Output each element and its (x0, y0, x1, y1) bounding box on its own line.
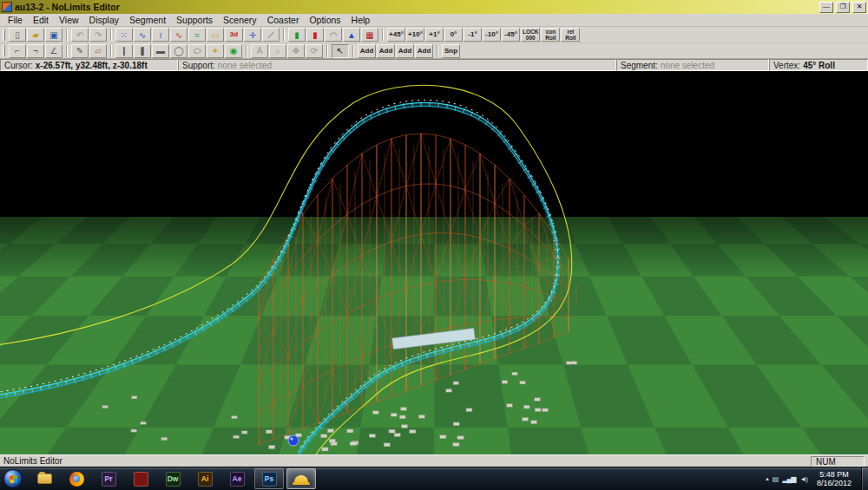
minimize-button[interactable]: — (819, 2, 833, 13)
aftereffects-icon: Ae (230, 472, 245, 487)
volume-icon[interactable]: ◄) (799, 475, 807, 483)
toolbar-grip[interactable] (3, 45, 5, 56)
roll-minus-45-button[interactable]: -45° (502, 28, 520, 42)
add-vertex-button[interactable]: Add (396, 44, 414, 58)
firefox-icon (69, 472, 84, 487)
titlebar[interactable]: au13-2 - NoLimits Editor — ❐ ✕ (0, 0, 868, 14)
taskbar-premiere[interactable]: Pr (94, 468, 123, 489)
support-free-button[interactable]: ¬ (27, 44, 44, 58)
measure-button[interactable]: ▭ (207, 28, 224, 42)
menu-help[interactable]: Help (346, 15, 376, 25)
flange-button[interactable]: ✦ (207, 44, 224, 58)
premiere-icon: Pr (102, 472, 116, 487)
app-red-icon (134, 472, 148, 487)
station-button[interactable]: ▮ (288, 28, 306, 42)
tunnel-button[interactable]: ◠ (325, 28, 342, 42)
menu-segment[interactable]: Segment (124, 15, 171, 25)
menu-file[interactable]: File (3, 15, 28, 25)
roll-zero-button[interactable]: 0° (444, 28, 463, 42)
ring-button[interactable]: ◯ (170, 44, 187, 58)
taskbar-app-red[interactable] (126, 468, 155, 489)
new-file-button[interactable]: ▯ (9, 28, 26, 42)
maximize-button[interactable]: ❐ (836, 2, 850, 13)
crosshair-button[interactable]: ✛ (244, 28, 261, 42)
roll-plus-1-button[interactable]: +1° (425, 28, 444, 42)
menu-coaster[interactable]: Coaster (262, 15, 305, 25)
eraser-button[interactable]: ▱ (89, 44, 107, 58)
snap-button[interactable]: Snp (442, 44, 460, 58)
toolbar-separator (382, 29, 384, 41)
menu-edit[interactable]: Edit (28, 15, 54, 25)
menu-scenery[interactable]: Scenery (218, 15, 262, 25)
roll-plus-10-button[interactable]: +10° (406, 28, 424, 42)
support-connector-button[interactable]: ⌐ (9, 44, 26, 58)
toolbar-grip[interactable] (3, 29, 5, 41)
roll-minus-10-button[interactable]: -10° (483, 28, 501, 42)
pole-button[interactable]: ❙ (115, 44, 133, 58)
rel-roll-button[interactable]: relRoll (561, 28, 580, 42)
menu-options[interactable]: Options (304, 15, 345, 25)
add-support-button[interactable]: Add (415, 44, 433, 58)
menu-display[interactable]: Display (84, 15, 124, 25)
save-file-button[interactable]: ▣ (45, 28, 62, 42)
segment-custom-button[interactable]: ∿ (170, 28, 187, 42)
tube-button[interactable]: ❚ (134, 44, 151, 58)
vertex-label: Vertex: (773, 61, 800, 70)
segment-label: Segment: (621, 61, 658, 70)
start-button[interactable] (3, 469, 23, 488)
toolbar-separator (437, 45, 438, 57)
network-icon[interactable]: ▂▄▆ (782, 475, 795, 483)
date: 8/16/2012 (817, 479, 852, 487)
roll-plus-45-button[interactable]: +45° (387, 28, 405, 42)
segment-straight-button[interactable]: ∿ (134, 28, 151, 42)
taskbar-photoshop[interactable]: Ps (254, 468, 284, 489)
explorer-icon (37, 474, 52, 484)
open-file-button[interactable]: ▰ (27, 28, 44, 42)
viewport-3d[interactable] (0, 71, 868, 454)
lock-roll-button[interactable]: LOCK000 (521, 28, 540, 42)
vertex-grid-button[interactable]: ⁙ (115, 28, 133, 42)
select-tool-button[interactable]: ↖ (332, 44, 349, 58)
support-angle-button[interactable]: ∠ (45, 44, 62, 58)
time: 5:48 PM (819, 470, 849, 479)
con-roll-button[interactable]: conRoll (541, 28, 560, 42)
node-button[interactable]: ◉ (225, 44, 242, 58)
taskbar-explorer[interactable] (30, 468, 59, 489)
pencil-button[interactable]: ✎ (71, 44, 89, 58)
add-segment-before-button[interactable]: Add (358, 44, 376, 58)
segment-curve-button[interactable]: ≀ (152, 28, 169, 42)
taskbar: PrDwAiAePs ▴▤▂▄▆◄) 5:48 PM 8/16/2012 (0, 467, 868, 490)
show-desktop-button[interactable] (861, 467, 868, 490)
zoom-tool-button: ⌕ (269, 44, 286, 58)
menu-supports[interactable]: Supports (171, 15, 218, 25)
redo-button: ↷ (89, 28, 107, 42)
taskbar-nolimits[interactable] (286, 468, 316, 489)
3d-view-button[interactable]: 3d (225, 28, 243, 42)
clock[interactable]: 5:48 PM 8/16/2012 (812, 470, 857, 487)
segment-smooth-button[interactable]: ≈ (188, 28, 206, 42)
segment-value: none selected (661, 61, 714, 70)
num-lock-indicator: NUM (811, 456, 865, 467)
menu-bar: FileEditViewDisplaySegmentSupportsScener… (0, 14, 868, 27)
slope-button[interactable]: ⟋ (262, 28, 279, 42)
roll-minus-1-button[interactable]: -1° (464, 28, 482, 42)
toolbar-separator (283, 29, 285, 41)
block-button[interactable]: ▦ (361, 28, 378, 42)
tray-icons: ▴▤▂▄▆◄) (766, 475, 807, 483)
hidden-icons[interactable]: ▴ (766, 475, 768, 482)
close-button[interactable]: ✕ (852, 2, 866, 13)
taskbar-illustrator[interactable]: Ai (190, 468, 220, 489)
brake-button[interactable]: ▮ (306, 28, 324, 42)
taskbar-dreamweaver[interactable]: Dw (158, 468, 187, 489)
taskbar-firefox[interactable] (62, 468, 91, 489)
ring-large-button[interactable]: ⬭ (188, 44, 206, 58)
toolbar-separator (66, 29, 68, 41)
beam-button[interactable]: ▬ (152, 44, 169, 58)
add-segment-after-button[interactable]: Add (377, 44, 395, 58)
warning-button[interactable]: ▲ (343, 28, 360, 42)
menu-view[interactable]: View (54, 15, 84, 25)
display-icon[interactable]: ▤ (773, 475, 779, 483)
photoshop-icon: Ps (262, 472, 277, 487)
status-bar: NoLimits Editor NUM (0, 454, 868, 467)
taskbar-aftereffects[interactable]: Ae (222, 468, 252, 489)
